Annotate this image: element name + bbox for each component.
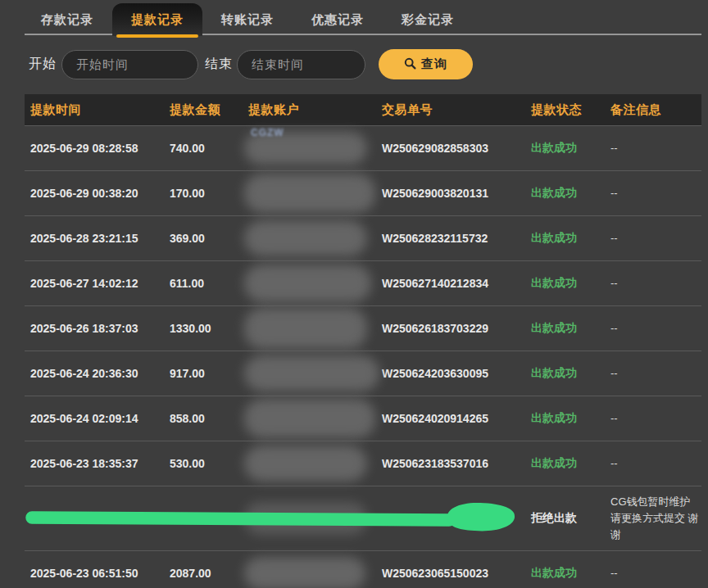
table-row: 2025-06-24 02:09:14 858.00 W250624020914… xyxy=(25,396,701,441)
blurred-account xyxy=(244,557,365,588)
withdraw-amount-cell: 170.00 xyxy=(164,187,243,200)
withdraw-amount-cell: 611.00 xyxy=(164,277,243,290)
remark-text: -- xyxy=(610,565,701,581)
remark-cell: -- xyxy=(605,410,701,427)
column-header: 交易单号 xyxy=(376,102,525,118)
withdraw-account-cell: CGZW xyxy=(243,126,376,170)
column-header: 提款状态 xyxy=(525,102,605,118)
transaction-id-cell: W250629082858303 xyxy=(376,142,525,155)
table-header-row: 提款时间提款金额提款账户交易单号提款状态备注信息 xyxy=(25,94,701,125)
withdraw-account-cell xyxy=(243,261,376,305)
transaction-id-cell: W2506231254 xyxy=(376,512,525,525)
withdraw-time-cell: 2025-06-27 14:02:12 xyxy=(25,277,164,290)
search-button[interactable]: 查询 xyxy=(379,49,473,79)
withdrawal-records-table: 提款时间提款金额提款账户交易单号提款状态备注信息 2025-06-29 08:2… xyxy=(25,94,701,588)
remark-cell: -- xyxy=(605,320,701,337)
tab-transfer-records[interactable]: 转账记录 xyxy=(202,3,293,36)
withdraw-amount-cell: 2087.00 xyxy=(164,567,243,580)
transaction-id-cell: W250627140212834 xyxy=(376,277,525,290)
date-filter-bar: 开始 结束 查询 xyxy=(0,49,708,79)
blurred-account xyxy=(244,399,375,438)
table-row: 2025-06-24 20:36:30 917.00 W250624203630… xyxy=(25,351,701,396)
withdraw-time-cell: 2025-06-28 23:21:15 xyxy=(25,232,164,245)
withdraw-time-cell: 2025-06-24 20:36:30 xyxy=(25,367,164,380)
tab-withdraw-records[interactable]: 提款记录 xyxy=(112,3,202,36)
column-header: 提款金额 xyxy=(164,102,243,118)
remark-cell: -- xyxy=(605,365,701,382)
table-row: W2506231254 拒绝出款 CG钱包暂时维护 请更换方式提交 谢谢 xyxy=(25,486,701,550)
withdraw-status-cell: 出款成功 xyxy=(525,231,605,246)
tab-bonus-records[interactable]: 彩金记录 xyxy=(383,3,473,36)
end-date-input[interactable] xyxy=(237,50,365,79)
column-header: 提款账户 xyxy=(243,102,376,118)
withdraw-account-cell xyxy=(243,486,376,550)
withdraw-account-cell xyxy=(243,216,376,260)
withdraw-account-cell xyxy=(243,306,376,351)
remark-text: -- xyxy=(610,320,701,337)
withdraw-amount-cell: 858.00 xyxy=(164,412,243,425)
remark-text: -- xyxy=(610,455,701,472)
transaction-id-cell: W250624203630095 xyxy=(376,367,525,380)
withdraw-status-cell: 出款成功 xyxy=(525,141,605,156)
remark-text: -- xyxy=(610,365,701,382)
withdraw-account-cell xyxy=(243,171,376,215)
withdraw-amount-cell: 530.00 xyxy=(164,457,243,470)
withdraw-time-cell: 2025-06-24 02:09:14 xyxy=(25,412,164,425)
withdraw-status-cell: 出款成功 xyxy=(525,276,605,291)
withdraw-time-cell: 2025-06-23 18:35:37 xyxy=(25,457,164,470)
withdraw-time-cell: 2025-06-29 08:28:58 xyxy=(25,142,164,155)
withdraw-status-cell: 出款成功 xyxy=(525,411,605,426)
withdraw-status-cell: 出款成功 xyxy=(525,566,605,581)
remark-text: -- xyxy=(610,275,701,292)
tab-deposit-records[interactable]: 存款记录 xyxy=(22,3,112,36)
tab-promo-records[interactable]: 优惠记录 xyxy=(293,3,383,36)
table-row: 2025-06-28 23:21:15 369.00 W250628232115… xyxy=(25,215,701,260)
table-row: 2025-06-27 14:02:12 611.00 W250627140212… xyxy=(25,260,701,305)
remark-text: CG钱包暂时维护 请更换方式提交 谢谢 xyxy=(610,494,701,543)
table-body: 2025-06-29 08:28:58 740.00 CGZW W2506290… xyxy=(25,125,701,588)
search-icon xyxy=(404,57,416,72)
withdraw-status-cell: 出款成功 xyxy=(525,366,605,381)
withdraw-amount-cell: 740.00 xyxy=(164,142,243,155)
transaction-id-cell: W250623183537016 xyxy=(376,457,525,470)
remark-cell: -- xyxy=(605,140,701,156)
remark-text: -- xyxy=(610,185,701,201)
end-date-label: 结束 xyxy=(205,56,233,73)
start-date-label: 开始 xyxy=(29,56,57,73)
withdraw-account-cell xyxy=(243,351,376,396)
transaction-id-cell: W250629003820131 xyxy=(376,187,525,200)
table-row: 2025-06-23 06:51:50 2087.00 W25062306515… xyxy=(25,550,701,588)
withdraw-account-cell xyxy=(243,551,376,588)
withdraw-account-cell xyxy=(243,396,376,441)
start-date-input[interactable] xyxy=(61,50,198,79)
withdraw-time-cell: 2025-06-29 00:38:20 xyxy=(25,187,164,200)
transaction-id-cell: W250628232115732 xyxy=(376,232,525,245)
table-row: 2025-06-23 18:35:37 530.00 W250623183537… xyxy=(25,441,701,486)
blurred-account xyxy=(244,220,367,256)
table-row: 2025-06-29 00:38:20 170.00 W250629003820… xyxy=(25,170,701,215)
withdraw-amount-cell: 369.00 xyxy=(164,232,243,245)
remark-cell: -- xyxy=(605,185,701,201)
withdraw-status-cell: 出款成功 xyxy=(525,456,605,471)
remark-cell: -- xyxy=(605,275,701,292)
blurred-account xyxy=(244,308,367,349)
blurred-account xyxy=(244,502,367,535)
table-row: 2025-06-29 08:28:58 740.00 CGZW W2506290… xyxy=(25,125,701,170)
blurred-account xyxy=(244,355,379,391)
withdraw-status-cell: 出款成功 xyxy=(525,186,605,201)
blurred-account xyxy=(244,174,375,213)
column-header: 提款时间 xyxy=(25,102,164,118)
remark-cell: CG钱包暂时维护 请更换方式提交 谢谢 xyxy=(605,494,701,543)
remark-text: -- xyxy=(610,410,701,427)
search-button-label: 查询 xyxy=(421,57,447,72)
remark-cell: -- xyxy=(605,230,701,247)
table-row: 2025-06-26 18:37:03 1330.00 W25062618370… xyxy=(25,305,701,351)
remark-cell: -- xyxy=(605,565,701,581)
blurred-account xyxy=(244,265,371,302)
withdraw-status-cell: 出款成功 xyxy=(525,321,605,336)
blurred-account xyxy=(244,446,367,482)
withdraw-amount-cell: 917.00 xyxy=(164,367,243,380)
withdraw-time-cell: 2025-06-26 18:37:03 xyxy=(25,322,164,335)
withdraw-amount-cell: 1330.00 xyxy=(164,322,243,335)
remark-text: -- xyxy=(610,230,701,247)
